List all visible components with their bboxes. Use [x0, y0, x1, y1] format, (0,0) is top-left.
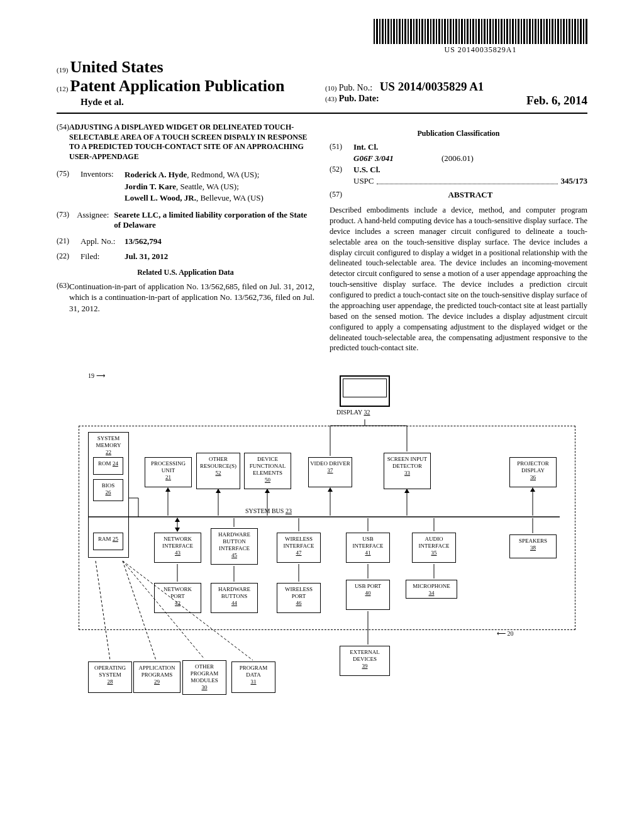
wireless-port-box: WIRELESS PORT46: [277, 583, 321, 613]
us-cl-label: U.S. Cl.: [353, 165, 380, 175]
device-functional-box: DEVICE FUNCTIONAL ELEMENTS50: [244, 453, 291, 489]
block-diagram: 19 ⟶ DISPLAY 32 SYSTEM MEMORY22 ROM 24 B…: [57, 372, 587, 737]
assignee: Searete LLC, a limited liability corpora…: [114, 210, 314, 230]
num-57: (57): [330, 190, 353, 200]
uspc-label: USPC: [353, 176, 374, 186]
usb-port-box: USB PORT40: [346, 580, 390, 610]
inventors-list: Roderick A. Hyde, Redmond, WA (US); Jord…: [125, 169, 264, 204]
main-dashed-box: [79, 426, 575, 630]
os-box: OPERATING SYSTEM28: [88, 661, 132, 693]
appl-no-label: Appl. No.:: [80, 236, 125, 246]
pub-no: US 2014/0035829 A1: [380, 80, 484, 93]
speakers-box: SPEAKERS38: [509, 534, 557, 558]
hw-button-interface-box: HARDWARE BUTTON INTERFACE45: [211, 528, 258, 565]
patent-title: ADJUSTING A DISPLAYED WIDGET OR DELINEAT…: [69, 123, 314, 162]
classification-title: Publication Classification: [330, 129, 587, 138]
num-75: (75): [57, 169, 80, 204]
other-resource-box: OTHER RESOURCE(S)52: [196, 453, 240, 489]
display-label: DISPLAY 32: [336, 409, 370, 416]
app-programs-box: APPLICATION PROGRAMS29: [133, 661, 180, 693]
ref-19: 19 ⟶: [88, 372, 105, 379]
num-63: (63): [57, 281, 69, 314]
rom-box: ROM 24: [93, 457, 123, 475]
audio-interface-box: AUDIO INTERFACE35: [412, 533, 456, 563]
monitor-icon: [340, 375, 390, 407]
num-21: (21): [57, 236, 80, 246]
abstract-text: Described embodiments include a device, …: [330, 205, 587, 353]
country: United States: [70, 58, 164, 76]
num-19: (19): [57, 66, 68, 74]
num-52: (52): [330, 165, 353, 175]
num-73: (73): [57, 210, 77, 230]
num-22: (22): [57, 252, 80, 262]
int-cl: G06F 3/041: [353, 153, 441, 163]
usb-interface-box: USB INTERFACE41: [346, 533, 390, 563]
int-cl-year: (2006.01): [441, 153, 474, 163]
uspc: 345/173: [560, 176, 587, 186]
related-title: Related U.S. Application Data: [57, 268, 314, 277]
wireless-interface-box: WIRELESS INTERFACE47: [277, 533, 321, 563]
pub-date: Feb. 6, 2014: [526, 94, 587, 108]
program-data-box: PROGRAM DATA31: [231, 661, 275, 693]
pub-date-label: Pub. Date:: [339, 94, 379, 103]
pub-no-label: Pub. No.:: [339, 83, 372, 92]
assignee-label: Assignee:: [77, 210, 114, 230]
barcode-region: US 20140035829A1: [57, 19, 587, 55]
related-data: Continuation-in-part of application No. …: [69, 281, 314, 314]
other-program-modules-box: OTHER PROGRAM MODULES30: [182, 660, 226, 695]
inventors-label: Inventors:: [80, 169, 125, 204]
num-51: (51): [330, 142, 353, 152]
num-10: (10): [325, 84, 336, 92]
author-line: Hyde et al.: [57, 97, 319, 108]
projector-box: PROJECTOR DISPLAY36: [509, 457, 557, 487]
video-driver-box: VIDEO DRIVER37: [308, 457, 352, 487]
microphone-box: MICROPHONE34: [406, 580, 457, 599]
divider: [57, 113, 587, 114]
num-43: (43): [325, 95, 336, 102]
int-cl-label: Int. Cl.: [353, 142, 378, 152]
network-interface-box: NETWORK INTERFACE43: [154, 533, 201, 563]
appl-no: 13/562,794: [125, 236, 162, 246]
system-bus-label: SYSTEM BUS 23: [245, 507, 292, 514]
abstract-label: ABSTRACT: [353, 190, 587, 200]
hw-buttons-box: HARDWARE BUTTONS44: [211, 583, 258, 613]
num-54: (54): [57, 123, 69, 162]
bios-box: BIOS26: [93, 479, 123, 501]
barcode-text: US 20140035829A1: [374, 45, 587, 55]
dots: [377, 184, 558, 184]
num-12: (12): [57, 85, 68, 92]
filed-label: Filed:: [80, 252, 125, 262]
filed-date: Jul. 31, 2012: [125, 252, 168, 262]
network-port-box: NETWORK PORT42: [154, 583, 201, 613]
screen-input-box: SCREEN INPUT DETECTOR33: [384, 453, 431, 489]
ref-20: ⟵ 20: [497, 630, 514, 637]
external-devices-box: EXTERNAL DEVICES39: [340, 646, 390, 676]
publication-type: Patent Application Publication: [70, 77, 285, 95]
ram-box: RAM 25: [93, 533, 123, 550]
processing-unit-box: PROCESSING UNIT21: [145, 457, 192, 487]
barcode-bars: [374, 19, 587, 44]
